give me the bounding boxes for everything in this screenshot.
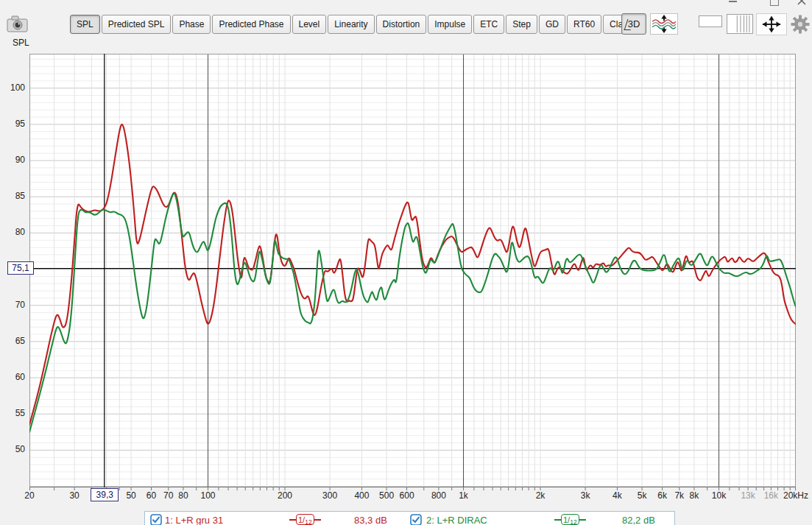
measurement-legend: 1: L+R gru 311/1283,3 dB2: L+R DIRAC1/12… [144,511,675,525]
legend-label-2: 2: L+R DIRAC [426,515,487,525]
smoothing-waves-icon[interactable] [650,13,678,35]
tab-step[interactable]: Step [506,15,537,34]
x-tick-label-300: 300 [314,490,346,501]
legend-label-1: 1: L+R gru 31 [165,515,223,525]
spl-plot-area[interactable] [29,54,796,491]
tab-phase[interactable]: Phase [172,15,211,34]
tab-level[interactable]: Level [292,15,327,34]
3d-view-button[interactable]: 3D [621,13,646,35]
y-tick-label: 85 [3,191,25,201]
legend-value-2: 82,2 dB [622,515,655,525]
x-tick-label-200: 200 [269,490,301,501]
y-tick-label: 70 [3,300,25,310]
tab-rt60[interactable]: RT60 [567,15,601,34]
spl-cursor-readout: 75,1 [7,261,34,275]
minimize-icon[interactable] [729,1,737,2]
smoothing-badge-1[interactable]: 1/12 [289,514,321,525]
y-tick-label: 100 [3,82,25,93]
tab-spl[interactable]: SPL [70,15,100,34]
tab-linearity[interactable]: Linearity [328,15,374,34]
y-tick-label: 50 [3,444,25,454]
y-tick-label: 90 [3,155,25,165]
y-tick-label: 60 [3,372,25,382]
frequency-bands-icon[interactable] [727,14,753,34]
camera-icon[interactable] [6,14,29,33]
spl-chart[interactable] [29,54,796,491]
graph-tab-bar: SPLPredicted SPLPhasePredicted PhaseLeve… [70,15,643,34]
legend-checkbox-2[interactable] [410,514,422,525]
pan-arrows-icon[interactable] [756,13,787,35]
x-tick-label-20khz: 20kHz [780,490,812,501]
blank-box-icon[interactable] [699,15,722,27]
x-tick-label-10k: 10k [703,490,735,501]
rew-spl-window: SPLPredicted SPLPhasePredicted PhaseLeve… [0,0,812,525]
settings-gear-icon[interactable] [790,14,811,35]
maximize-icon[interactable] [770,0,779,6]
x-tick-label-3k: 3k [569,490,601,501]
x-tick-label-20: 20 [13,490,46,501]
tab-predicted-spl[interactable]: Predicted SPL [102,15,172,34]
tab-impulse[interactable]: Impulse [428,15,472,34]
frequency-cursor-readout: 39,3 [91,488,119,501]
tab-distortion[interactable]: Distortion [376,15,427,34]
close-icon[interactable] [797,0,807,6]
x-tick-label-100: 100 [192,490,225,501]
y-tick-label: 65 [3,336,25,346]
x-tick-label-30: 30 [58,490,91,501]
x-tick-label-2k: 2k [524,490,557,501]
tab-predicted-phase[interactable]: Predicted Phase [212,15,290,34]
y-tick-label: 55 [3,408,25,418]
y-axis-title: SPL [13,38,29,48]
x-tick-label-1k: 1k [448,490,480,501]
legend-checkbox-1[interactable] [150,514,162,525]
x-tick-label-600: 600 [391,490,423,501]
y-tick-label: 95 [3,119,25,129]
y-tick-label: 80 [3,227,25,237]
smoothing-badge-2[interactable]: 1/12 [554,514,586,525]
tab-etc[interactable]: ETC [473,15,504,34]
tab-gd[interactable]: GD [539,15,565,34]
legend-value-1: 83,3 dB [354,515,387,525]
